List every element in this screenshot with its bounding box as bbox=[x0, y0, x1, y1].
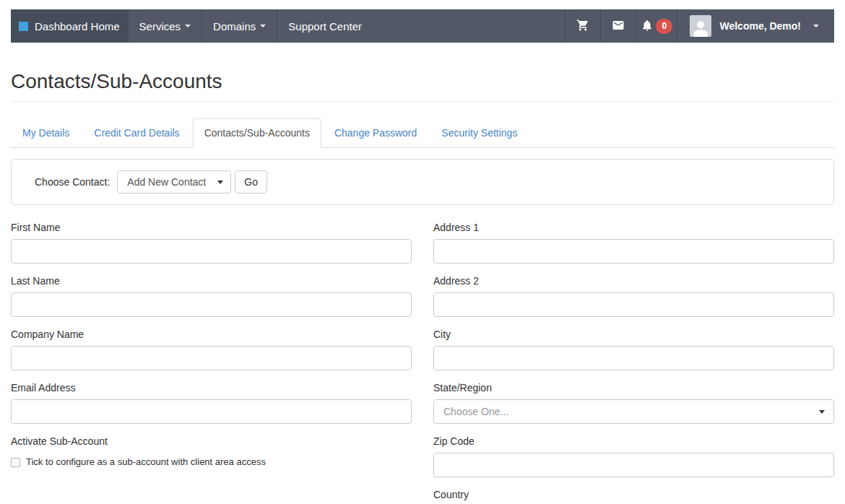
profile-tabs: My Details Credit Card Details Contacts/… bbox=[11, 118, 834, 148]
envelope-icon bbox=[612, 19, 625, 34]
first-name-input[interactable] bbox=[11, 239, 412, 264]
tab-contacts-sub-accounts[interactable]: Contacts/Sub-Accounts bbox=[193, 118, 321, 148]
form-group-company-name: Company Name bbox=[11, 329, 412, 370]
tab-my-details[interactable]: My Details bbox=[11, 118, 81, 148]
address1-input[interactable] bbox=[433, 239, 834, 264]
form-column-left: First Name Last Name Company Name Email … bbox=[11, 222, 412, 504]
contact-select[interactable]: Add New Contact bbox=[117, 170, 231, 194]
address2-input[interactable] bbox=[433, 292, 834, 317]
nav-support-center[interactable]: Support Center bbox=[277, 9, 373, 43]
city-input[interactable] bbox=[433, 346, 834, 370]
contact-select-value: Add New Contact bbox=[127, 176, 206, 188]
select-arrow-icon bbox=[819, 410, 825, 414]
form-group-country: Country bbox=[433, 489, 834, 501]
address1-label: Address 1 bbox=[433, 222, 834, 234]
company-name-input[interactable] bbox=[11, 346, 412, 370]
cart-button[interactable] bbox=[565, 9, 600, 43]
sub-account-checkbox-text: Tick to configure as a sub-account with … bbox=[26, 456, 266, 468]
select-arrow-icon bbox=[217, 181, 223, 184]
form-group-zip-code: Zip Code bbox=[433, 435, 834, 477]
brand-square-icon bbox=[19, 22, 28, 31]
form-group-activate-sub-account: Activate Sub-Account Tick to configure a… bbox=[11, 435, 412, 468]
form-group-last-name: Last Name bbox=[11, 275, 412, 317]
country-label: Country bbox=[433, 489, 834, 501]
nav-dashboard-home-label: Dashboard Home bbox=[35, 20, 120, 32]
page-title: Contacts/Sub-Accounts bbox=[11, 69, 834, 94]
city-label: City bbox=[433, 329, 834, 341]
chevron-down-icon bbox=[260, 25, 266, 27]
contact-form: First Name Last Name Company Name Email … bbox=[11, 222, 834, 504]
nav-services-label: Services bbox=[139, 20, 181, 32]
nav-dashboard-home[interactable]: Dashboard Home bbox=[11, 9, 128, 43]
chevron-down-icon bbox=[185, 25, 191, 27]
sub-account-checkbox[interactable] bbox=[11, 458, 20, 467]
company-name-label: Company Name bbox=[11, 329, 412, 341]
address2-label: Address 2 bbox=[433, 275, 834, 287]
form-group-address2: Address 2 bbox=[433, 275, 834, 317]
cart-icon bbox=[576, 19, 589, 34]
state-region-select[interactable]: Choose One... bbox=[433, 399, 834, 424]
zip-code-label: Zip Code bbox=[433, 435, 834, 448]
tab-security-settings[interactable]: Security Settings bbox=[430, 118, 529, 148]
last-name-label: Last Name bbox=[11, 275, 412, 287]
nav-support-center-label: Support Center bbox=[288, 20, 362, 32]
notification-count-badge: 0 bbox=[656, 19, 672, 34]
state-region-label: State/Region bbox=[433, 382, 834, 394]
form-group-address1: Address 1 bbox=[433, 222, 834, 264]
first-name-label: First Name bbox=[11, 222, 412, 234]
form-group-city: City bbox=[433, 329, 834, 370]
email-address-label: Email Address bbox=[11, 382, 412, 394]
sub-account-checkbox-row[interactable]: Tick to configure as a sub-account with … bbox=[11, 456, 412, 468]
messages-button[interactable] bbox=[600, 9, 636, 43]
tab-credit-card-details[interactable]: Credit Card Details bbox=[82, 118, 191, 148]
user-menu[interactable]: Welcome, Demo! bbox=[677, 9, 834, 43]
notifications-button[interactable]: 0 bbox=[636, 9, 677, 43]
welcome-label: Welcome, Demo! bbox=[719, 20, 801, 32]
bell-icon bbox=[641, 19, 654, 34]
nav-domains-menu[interactable]: Domains bbox=[202, 9, 277, 43]
last-name-input[interactable] bbox=[11, 292, 412, 317]
form-column-right: Address 1 Address 2 City State/Region Ch… bbox=[433, 222, 834, 504]
zip-code-input[interactable] bbox=[433, 453, 834, 477]
choose-contact-label: Choose Contact: bbox=[35, 176, 110, 188]
state-region-select-value: Choose One... bbox=[443, 406, 508, 417]
form-group-email-address: Email Address bbox=[11, 382, 412, 424]
form-group-first-name: First Name bbox=[11, 222, 412, 264]
navbar-right-group: 0 Welcome, Demo! bbox=[565, 9, 834, 43]
nav-services-menu[interactable]: Services bbox=[128, 9, 202, 43]
activate-sub-account-label: Activate Sub-Account bbox=[11, 435, 412, 448]
tab-change-password[interactable]: Change Password bbox=[323, 118, 428, 148]
avatar bbox=[690, 15, 711, 37]
chevron-down-icon bbox=[813, 25, 819, 27]
go-button[interactable]: Go bbox=[235, 170, 267, 194]
top-navbar: Dashboard Home Services Domains Support … bbox=[11, 9, 834, 43]
form-group-state-region: State/Region Choose One... bbox=[433, 382, 834, 424]
nav-domains-label: Domains bbox=[213, 20, 256, 32]
choose-contact-panel: Choose Contact: Add New Contact Go bbox=[11, 159, 834, 205]
title-divider bbox=[11, 101, 834, 102]
email-address-input[interactable] bbox=[11, 399, 412, 424]
